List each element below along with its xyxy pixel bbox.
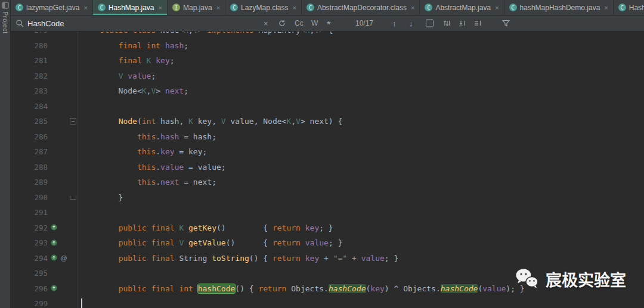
code-line-282[interactable]: 282 V value; [11, 69, 644, 84]
clear-search-icon[interactable]: × [264, 19, 268, 28]
code-line-291[interactable]: 291 [11, 205, 644, 220]
whole-words-toggle[interactable]: W [311, 19, 318, 27]
line-number: 283 [11, 86, 48, 95]
code-line-286[interactable]: 286 this.hash = hash; [11, 129, 644, 145]
file-type-icon: C [618, 4, 626, 11]
line-number: 291 [11, 208, 48, 217]
left-tool-strip: Project [0, 0, 11, 308]
code-line-280[interactable]: 280 final int hash; [11, 38, 644, 54]
regex-toggle[interactable]: * [327, 22, 331, 28]
search-icon [16, 19, 24, 27]
code-editor[interactable]: 279 static class Node<K,V> implements Ma… [11, 15, 644, 308]
code-line-285[interactable]: 285 Node(int hash, K key, V value, Node<… [11, 114, 644, 129]
line-number: 288 [11, 163, 48, 172]
tab-label: AbstractMap.java [435, 4, 491, 12]
file-type-icon: C [425, 4, 432, 11]
multiple-cursors-button[interactable] [473, 19, 482, 27]
line-number: 293 [11, 238, 48, 247]
tab-hashtable-java[interactable]: CHashtable.java× [614, 0, 644, 15]
close-tab-icon[interactable]: × [495, 4, 499, 11]
tab-label: Hashtable.java [629, 4, 644, 12]
line-number: 285 [11, 117, 48, 126]
override-method-icon[interactable] [51, 253, 57, 263]
fold-start-icon[interactable] [70, 118, 76, 125]
line-number: 280 [11, 41, 48, 50]
file-type-icon: C [16, 4, 23, 11]
line-number: 281 [11, 56, 48, 65]
code-text [78, 298, 82, 308]
file-type-icon: C [98, 4, 106, 11]
code-text: final K key; [78, 56, 175, 65]
find-bar: HashCode × Cc W * 10/17 ↑ ↓ [11, 15, 644, 32]
tab-map-java[interactable]: IMap.java× [168, 0, 225, 15]
match-case-toggle[interactable]: Cc [295, 19, 304, 27]
tab-label: hashMapHashDemo.java [520, 4, 600, 12]
code-text: final int hash; [78, 41, 188, 50]
close-tab-icon[interactable]: × [83, 4, 87, 11]
code-text: this.next = next; [78, 178, 216, 186]
close-tab-icon[interactable]: × [159, 4, 162, 11]
fold-end-icon[interactable] [70, 195, 76, 200]
first-occurrence-button[interactable] [442, 19, 451, 27]
code-line-289[interactable]: 289 this.next = next; [11, 175, 644, 190]
code-line-290[interactable]: 290 } [11, 190, 644, 206]
project-tool-window-icon[interactable] [2, 2, 9, 9]
tab-hashmaphashdemo-java[interactable]: ChashMapHashDemo.java× [504, 0, 614, 15]
line-number: 286 [11, 132, 48, 141]
match-count: 10/17 [355, 19, 373, 27]
tab-hashmap-java[interactable]: CHashMap.java× [93, 0, 168, 15]
code-line-294[interactable]: 294@ public final String toString() { re… [11, 251, 644, 266]
close-tab-icon[interactable]: × [292, 4, 296, 11]
tab-label: LazyMap.class [241, 4, 288, 12]
close-tab-icon[interactable]: × [411, 4, 414, 11]
watermark: 宸极实验室 [515, 266, 626, 291]
code-line-287[interactable]: 287 this.key = key; [11, 144, 644, 160]
code-text: public final V getValue() { return value… [78, 238, 342, 247]
search-history-icon[interactable] [278, 19, 286, 27]
line-number: 299 [11, 299, 48, 308]
code-line-284[interactable]: 284 [11, 99, 644, 114]
tab-abstractmap-java[interactable]: CAbstractMap.java× [420, 0, 504, 15]
code-text: this.key = key; [78, 147, 207, 156]
project-tool-button[interactable]: Project [2, 11, 9, 34]
watermark-text: 宸极实验室 [546, 267, 626, 291]
code-text: public final int hashCode() { return Obj… [78, 284, 525, 293]
line-number: 296 [11, 284, 48, 293]
code-line-281[interactable]: 281 final K key; [11, 53, 644, 69]
line-number: 287 [11, 147, 48, 156]
code-lines: 279 static class Node<K,V> implements Ma… [11, 23, 644, 308]
line-number: 295 [11, 269, 48, 278]
tab-abstractmapdecorator-class[interactable]: CAbstractMapDecorator.class× [302, 0, 420, 15]
line-number: 284 [11, 102, 48, 111]
override-method-icon[interactable] [51, 222, 57, 233]
code-line-283[interactable]: 283 Node<K,V> next; [11, 83, 644, 99]
code-line-299[interactable]: 299 [11, 296, 644, 308]
close-tab-icon[interactable]: × [216, 4, 220, 11]
tab-lazymap-class[interactable]: CLazyMap.class× [225, 0, 302, 15]
previous-match-button[interactable]: ↑ [392, 19, 397, 28]
file-type-icon: C [230, 4, 238, 11]
code-line-293[interactable]: 293 public final V getValue() { return v… [11, 235, 644, 251]
next-match-button[interactable]: ↓ [409, 19, 413, 28]
text-caret [81, 298, 82, 308]
last-occurrence-button[interactable] [458, 19, 466, 27]
code-text: public final String toString() { return … [78, 254, 398, 263]
tab-lazymapget-java[interactable]: ClazymapGet.java× [11, 0, 93, 15]
close-tab-icon[interactable]: × [604, 4, 608, 11]
tab-bar: ClazymapGet.java×CHashMap.java×IMap.java… [11, 0, 644, 15]
code-line-292[interactable]: 292 public final K getKey() { return key… [11, 220, 644, 236]
line-number: 294 [11, 254, 48, 263]
line-number: 289 [11, 178, 48, 186]
select-all-occurrences-button[interactable] [426, 20, 434, 27]
code-line-288[interactable]: 288 this.value = value; [11, 160, 644, 175]
file-type-icon: I [172, 4, 180, 11]
tab-label: Map.java [183, 4, 212, 12]
file-type-icon: C [509, 4, 517, 11]
code-text: V value; [78, 71, 156, 80]
code-text: this.hash = hash; [78, 132, 216, 141]
search-input[interactable]: HashCode [27, 19, 64, 28]
code-text: public final K getKey() { return key; } [78, 223, 333, 232]
override-method-icon[interactable] [51, 238, 57, 248]
filter-search-button[interactable] [502, 20, 510, 27]
override-method-icon[interactable] [51, 283, 57, 294]
